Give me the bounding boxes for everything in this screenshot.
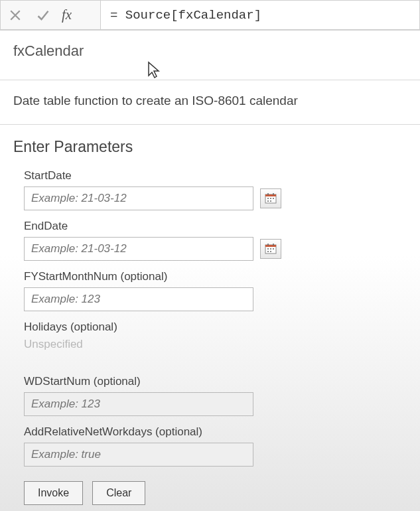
calendar-icon bbox=[265, 243, 277, 255]
svg-rect-7 bbox=[267, 200, 269, 202]
svg-rect-15 bbox=[273, 248, 274, 250]
param-label: WDStartNum (optional) bbox=[24, 375, 407, 388]
svg-rect-5 bbox=[270, 198, 271, 199]
function-name: fxCalendar bbox=[13, 42, 407, 60]
param-label: Holidays (optional) bbox=[24, 321, 407, 334]
svg-rect-13 bbox=[267, 248, 269, 250]
divider bbox=[0, 80, 420, 80]
svg-rect-14 bbox=[270, 248, 271, 250]
param-label: EndDate bbox=[24, 220, 407, 233]
date-picker-button[interactable] bbox=[260, 239, 281, 259]
param-fy-start: FYStartMonthNum (optional) bbox=[24, 270, 407, 311]
formula-controls: fx bbox=[0, 0, 101, 30]
invoke-button[interactable]: Invoke bbox=[24, 481, 83, 505]
cursor-icon bbox=[147, 61, 162, 80]
holidays-unspecified: Unspecified bbox=[24, 338, 407, 351]
param-label: AddRelativeNetWorkdays (optional) bbox=[24, 425, 407, 439]
formula-input[interactable] bbox=[101, 0, 420, 30]
param-label: FYStartMonthNum (optional) bbox=[24, 270, 407, 283]
button-row: Invoke Clear bbox=[24, 481, 407, 505]
content-area: fxCalendar Date table function to create… bbox=[0, 31, 420, 511]
param-wd-start: WDStartNum (optional) bbox=[24, 375, 407, 416]
calendar-icon bbox=[265, 192, 277, 204]
svg-rect-10 bbox=[265, 245, 276, 247]
svg-rect-8 bbox=[270, 200, 271, 202]
wd-start-input[interactable] bbox=[24, 392, 253, 416]
param-label: StartDate bbox=[24, 169, 407, 183]
date-picker-button[interactable] bbox=[260, 188, 281, 208]
rel-net-input[interactable] bbox=[24, 443, 253, 467]
param-holidays: Holidays (optional) Unspecified bbox=[24, 321, 407, 351]
cancel-icon[interactable] bbox=[6, 6, 25, 25]
svg-rect-16 bbox=[267, 251, 269, 252]
svg-rect-6 bbox=[273, 198, 274, 199]
svg-rect-1 bbox=[265, 194, 276, 196]
end-date-input[interactable] bbox=[24, 237, 253, 261]
start-date-input[interactable] bbox=[24, 186, 253, 210]
parameters-group: StartDate bbox=[13, 169, 407, 505]
section-title: Enter Parameters bbox=[13, 138, 407, 156]
svg-rect-17 bbox=[270, 251, 271, 252]
param-end-date: EndDate bbox=[24, 220, 407, 261]
svg-rect-4 bbox=[267, 198, 269, 199]
fy-start-input[interactable] bbox=[24, 287, 253, 311]
formula-bar: fx bbox=[0, 0, 420, 31]
param-start-date: StartDate bbox=[24, 169, 407, 210]
clear-button[interactable]: Clear bbox=[92, 481, 145, 505]
divider bbox=[0, 124, 420, 125]
confirm-icon[interactable] bbox=[34, 6, 52, 25]
function-description: Date table function to create an ISO-860… bbox=[13, 94, 407, 108]
fx-label: fx bbox=[62, 7, 72, 23]
param-rel-net: AddRelativeNetWorkdays (optional) bbox=[24, 425, 407, 467]
